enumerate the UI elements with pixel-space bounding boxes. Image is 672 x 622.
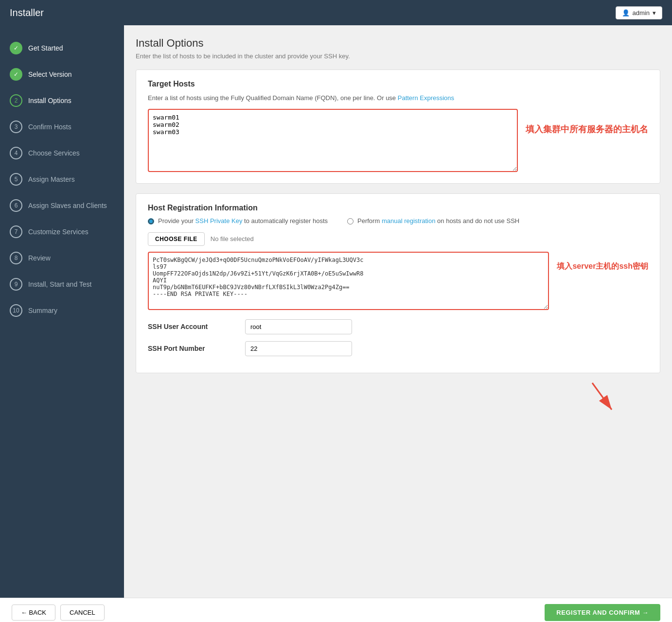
sidebar-item-customize-services[interactable]: 7 Customize Services [0,219,124,245]
step-circle-8: 7 [10,225,22,238]
ssh-port-input[interactable] [245,341,352,356]
footer-left: ← BACK CANCEL [12,605,105,621]
radio-manual-label: Perform manual registration on hosts and… [357,217,519,225]
hosts-annotation-row: swarm01 swarm02 swarm03 填入集群中所有服务器的主机名 [148,109,648,173]
ssh-port-row: SSH Port Number [148,341,648,356]
no-file-label: No file selected [211,235,254,242]
layout: ✓ Get Started ✓ Select Version 2 Install… [0,25,672,598]
ssh-private-key-link[interactable]: SSH Private Key [195,217,243,225]
radio-manual-input[interactable] [347,218,354,225]
file-row: CHOOSE FILE No file selected [148,232,648,246]
svg-line-1 [592,383,612,410]
host-registration-card: Host Registration Information Provide yo… [136,193,660,373]
sidebar: ✓ Get Started ✓ Select Version 2 Install… [0,25,124,598]
ssh-user-input[interactable] [245,319,352,334]
register-confirm-button[interactable]: REGISTER AND CONFIRM → [545,604,660,621]
radio-ssh-key-input[interactable] [148,218,154,225]
sidebar-label-choose-services: Choose Services [28,149,80,157]
ssh-key-annotation-text: 填入server主机的ssh密钥 [557,252,648,272]
target-hosts-title: Target Hosts [148,80,648,88]
step-circle-4: 3 [10,121,22,133]
sidebar-label-assign-masters: Assign Masters [28,175,75,183]
step-circle-9: 8 [10,252,22,264]
sidebar-label-summary: Summary [28,307,57,314]
sidebar-item-confirm-hosts[interactable]: 3 Confirm Hosts [0,114,124,140]
user-icon: 👤 [622,9,630,17]
manual-registration-link[interactable]: manual registration [382,217,436,225]
sidebar-item-get-started[interactable]: ✓ Get Started [0,35,124,61]
cancel-button[interactable]: CANCEL [60,605,105,621]
hosts-textarea[interactable]: swarm01 swarm02 swarm03 [148,109,518,172]
admin-button[interactable]: 👤 admin ▾ [616,6,662,19]
sidebar-item-choose-services[interactable]: 4 Choose Services [0,140,124,166]
step-circle-11: 10 [10,304,22,317]
step-circle-10: 9 [10,278,22,291]
host-registration-title: Host Registration Information [148,204,648,212]
sidebar-item-summary[interactable]: 10 Summary [0,297,124,324]
main-content: Install Options Enter the list of hosts … [124,25,672,598]
sidebar-label-install-test: Install, Start and Test [28,280,91,288]
sidebar-label-install-options: Install Options [28,97,71,104]
ssh-user-row: SSH User Account [148,319,648,334]
sidebar-label-review: Review [28,254,51,262]
target-hosts-desc: Enter a list of hosts using the Fully Qu… [148,93,648,103]
radio-ssh-key[interactable]: Provide your SSH Private Key to automati… [148,217,328,225]
hosts-textarea-wrapper: swarm01 swarm02 swarm03 [148,109,518,173]
step-circle-3: 2 [10,94,22,107]
ssh-key-textarea[interactable]: PcT0swKBgQCW/jeJQd3+qO0DF5UcnuQmzoPNkVoE… [148,252,549,310]
radio-ssh-key-label: Provide your SSH Private Key to automati… [158,217,328,225]
sidebar-item-review[interactable]: 8 Review [0,245,124,271]
target-hosts-card: Target Hosts Enter a list of hosts using… [136,69,660,184]
back-button[interactable]: ← BACK [12,605,55,621]
header: Installer 👤 admin ▾ [0,0,672,25]
sidebar-label-confirm-hosts: Confirm Hosts [28,123,71,131]
app-title: Installer [10,7,44,18]
admin-label: admin [633,9,650,17]
footer-bar: ← BACK CANCEL REGISTER AND CONFIRM → [0,598,672,622]
sidebar-item-select-version[interactable]: ✓ Select Version [0,61,124,87]
ssh-port-label: SSH Port Number [148,345,235,352]
step-circle-5: 4 [10,147,22,159]
sidebar-item-install-start-test[interactable]: 9 Install, Start and Test [0,271,124,297]
ssh-key-annotation-row: PcT0swKBgQCW/jeJQd3+qO0DF5UcnuQmzoPNkVoE… [148,252,648,311]
pattern-expressions-link[interactable]: Pattern Expressions [398,94,454,102]
choose-file-button[interactable]: CHOOSE FILE [148,232,205,246]
ssh-user-label: SSH User Account [148,323,235,330]
page-subtitle: Enter the list of hosts to be included i… [136,52,660,60]
step-circle-7: 6 [10,199,22,212]
hosts-annotation-text: 填入集群中所有服务器的主机名 [526,109,648,135]
sidebar-label-get-started: Get Started [28,44,63,52]
sidebar-label-customize-services: Customize Services [28,228,88,236]
step-circle-6: 5 [10,173,22,186]
radio-group: Provide your SSH Private Key to automati… [148,217,648,225]
sidebar-item-assign-masters[interactable]: 5 Assign Masters [0,166,124,192]
sidebar-item-assign-slaves[interactable]: 6 Assign Slaves and Clients [0,192,124,219]
step-circle-2: ✓ [10,68,22,81]
red-arrow-icon [583,378,621,417]
sidebar-label-select-version: Select Version [28,70,72,78]
ssh-key-textarea-wrapper: PcT0swKBgQCW/jeJQd3+qO0DF5UcnuQmzoPNkVoE… [148,252,549,311]
sidebar-label-assign-slaves: Assign Slaves and Clients [28,202,107,209]
arrow-container [136,378,660,417]
chevron-down-icon: ▾ [653,9,656,17]
step-circle-1: ✓ [10,42,22,54]
page-title: Install Options [136,37,660,50]
radio-manual[interactable]: Perform manual registration on hosts and… [347,217,519,225]
sidebar-item-install-options[interactable]: 2 Install Options [0,87,124,114]
